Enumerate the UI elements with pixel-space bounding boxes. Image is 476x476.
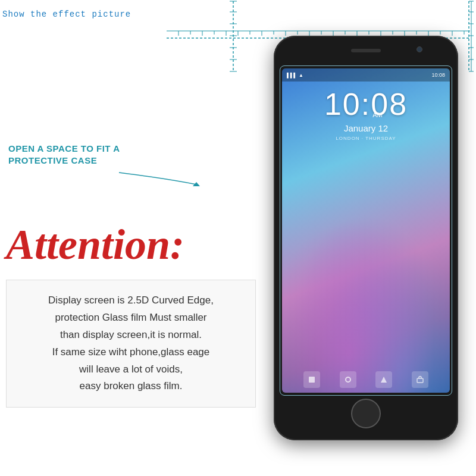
- show-effect-label: Show the effect picture: [2, 10, 131, 19]
- svg-rect-48: [417, 378, 423, 383]
- phone-clock-area: 10:08 AM January 12 LONDON · THURSDAY: [282, 86, 450, 141]
- phone-background-smoke: [282, 198, 450, 393]
- wifi-icon: ▲: [299, 73, 303, 78]
- signal-icon: ▌▌▌: [287, 73, 297, 78]
- phone-am: AM: [372, 111, 383, 118]
- open-space-label: OPEN A SPACE TO FIT A PROTECTIVE CASE: [8, 143, 120, 166]
- svg-marker-47: [381, 377, 387, 383]
- nav-icon-4: [412, 371, 428, 388]
- phone-screen: ▌▌▌ ▲ 10:08 10:08 AM January 12 LONDON ·…: [282, 68, 450, 393]
- status-left-icons: ▌▌▌ ▲: [287, 73, 303, 78]
- nav-icon-1: [303, 371, 320, 388]
- description-text: Display screen is 2.5D Curved Edge, prot…: [24, 292, 237, 395]
- phone-body: ▌▌▌ ▲ 10:08 10:08 AM January 12 LONDON ·…: [274, 36, 458, 440]
- svg-rect-45: [309, 377, 315, 383]
- phone-mockup: ▌▌▌ ▲ 10:08 10:08 AM January 12 LONDON ·…: [274, 36, 458, 440]
- status-bar: ▌▌▌ ▲ 10:08: [282, 68, 450, 82]
- phone-date: January 12: [282, 123, 450, 133]
- attention-heading: Attention:: [6, 220, 184, 270]
- phone-time: 10:08: [324, 87, 408, 121]
- svg-marker-44: [193, 182, 200, 186]
- nav-icon-3: [375, 371, 392, 388]
- phone-home-button: [351, 399, 381, 428]
- phone-speaker: [351, 49, 381, 52]
- phone-location: LONDON · THURSDAY: [282, 136, 450, 141]
- status-time: 10:08: [431, 72, 445, 78]
- nav-icon-2: [340, 371, 356, 388]
- description-box: Display screen is 2.5D Curved Edge, prot…: [6, 280, 256, 408]
- svg-point-46: [346, 377, 350, 382]
- open-space-line1: OPEN A SPACE TO FIT A: [8, 143, 120, 154]
- phone-camera: [416, 46, 422, 52]
- phone-nav-icons: [282, 371, 450, 388]
- open-space-line2: PROTECTIVE CASE: [8, 155, 97, 165]
